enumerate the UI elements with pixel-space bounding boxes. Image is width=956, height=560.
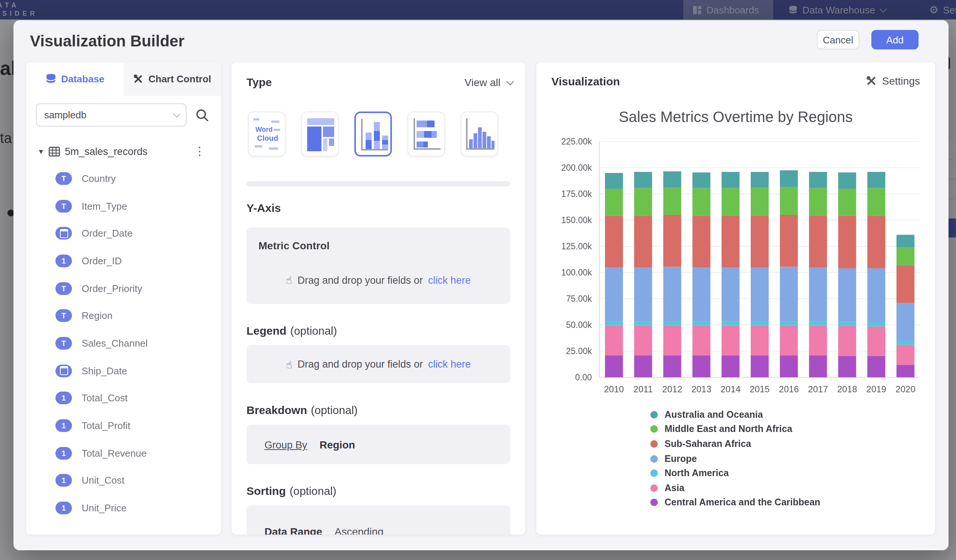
field-item[interactable]: Order_Date — [26, 220, 221, 247]
legend-item[interactable]: North America — [650, 466, 821, 481]
breakdown-heading: Breakdown(optional) — [247, 403, 358, 416]
field-item[interactable]: Total_Cost — [26, 384, 221, 412]
svg-text:2012: 2012 — [662, 384, 682, 394]
legend-item[interactable]: Asia — [650, 481, 821, 495]
svg-text:50.00k: 50.00k — [566, 320, 592, 330]
svg-text:2018: 2018 — [837, 384, 857, 394]
stacked-column-thumbnail — [356, 113, 390, 155]
drop-hint-text: Drag and drop your fields or — [297, 359, 423, 370]
chart-type-stacked-bar[interactable] — [407, 111, 445, 157]
chart-type-stacked-column[interactable] — [354, 111, 392, 157]
legend-dot — [650, 455, 658, 462]
visualization-panel: Visualization Settings Sales Metrics Ove… — [536, 62, 935, 535]
database-select[interactable]: sampledb — [36, 103, 187, 127]
field-item[interactable]: Order_ID — [26, 247, 221, 275]
drop-hint-text: Drag and drop your fields or — [297, 275, 423, 285]
field-item[interactable]: Ship_Date — [26, 357, 221, 384]
date-type-icon — [55, 227, 72, 240]
chart-type-treemap[interactable] — [301, 111, 339, 157]
svg-text:2019: 2019 — [866, 384, 886, 394]
database-panel: Database Chart Control sampledb — [26, 62, 221, 535]
add-button[interactable]: Add — [871, 30, 918, 49]
table-name: 5m_sales_records — [65, 146, 186, 157]
database-select-value: sampledb — [44, 109, 86, 121]
legend-item[interactable]: Middle East and North Africa — [650, 422, 821, 436]
visualization-builder-modal: Visualization Builder Cancel Add Databas… — [14, 20, 948, 550]
legend-item[interactable]: Sub-Saharan Africa — [650, 436, 821, 451]
search-icon[interactable] — [195, 108, 209, 122]
y-axis-heading: Y-Axis — [247, 201, 281, 214]
number-type-icon — [55, 392, 72, 405]
legend-dot — [650, 426, 658, 433]
field-item[interactable]: Item_Type — [26, 192, 221, 220]
text-type-icon — [55, 172, 72, 185]
group-by-value: Region — [319, 439, 355, 451]
treemap-thumbnail — [302, 112, 338, 156]
cancel-button[interactable]: Cancel — [817, 30, 859, 49]
svg-text:0.00: 0.00 — [575, 372, 592, 382]
field-item[interactable]: Unit_Price — [26, 494, 221, 522]
sorting-heading: Sorting(optional) — [247, 485, 336, 497]
field-item[interactable]: Unit_Cost — [26, 467, 221, 494]
type-heading: Type — [247, 75, 272, 88]
chevron-down-icon — [173, 110, 181, 118]
legend-dropzone[interactable]: ☝ Drag and drop your fields or click her… — [247, 345, 510, 383]
kebab-menu-icon[interactable]: ⋮ — [191, 144, 208, 158]
number-type-icon — [55, 254, 72, 267]
field-item[interactable]: Country — [26, 165, 221, 192]
metric-control-title: Metric Control — [258, 240, 330, 251]
svg-text:2015: 2015 — [750, 384, 769, 394]
click-here-link[interactable]: click here — [428, 275, 471, 285]
svg-text:2017: 2017 — [808, 384, 828, 394]
stacked-bar-thumbnail — [408, 112, 444, 156]
view-all-button[interactable]: View all — [464, 76, 512, 88]
legend-item[interactable]: Europe — [650, 452, 821, 466]
text-type-icon — [55, 337, 72, 350]
chart-type-word-cloud[interactable]: Word Cloud — [248, 111, 285, 157]
modal-title: Visualization Builder — [30, 32, 184, 50]
legend-dot — [650, 440, 658, 448]
breakdown-box: Group By Region — [247, 425, 510, 464]
field-item[interactable]: Total_Revenue — [26, 439, 221, 467]
tap-hand-icon: ☝ — [286, 358, 292, 370]
legend-heading: Legend(optional) — [247, 324, 337, 337]
field-item[interactable]: Total_Profit — [26, 412, 221, 439]
tab-chart-control-label: Chart Control — [148, 74, 211, 85]
word-cloud-thumbnail: Word Cloud — [249, 112, 285, 156]
group-by-link[interactable]: Group By — [264, 439, 307, 451]
svg-text:125.00k: 125.00k — [561, 242, 592, 251]
legend-item[interactable]: Australia and Oceania — [650, 407, 821, 422]
database-icon — [45, 74, 56, 85]
svg-text:2011: 2011 — [634, 384, 653, 394]
chart-type-column[interactable] — [461, 111, 498, 157]
sorting-box: Data Range Ascending — [247, 505, 510, 535]
field-item[interactable]: Order_Priority — [26, 275, 221, 302]
legend-item[interactable]: Central America and the Caribbean — [650, 495, 821, 510]
text-type-icon — [55, 282, 72, 295]
svg-text:2016: 2016 — [779, 384, 799, 394]
field-item[interactable]: Sales_Channel — [26, 329, 221, 357]
table-tree-header[interactable]: ▾ 5m_sales_records ⋮ — [39, 143, 208, 160]
tab-chart-control[interactable]: Chart Control — [124, 62, 221, 96]
svg-text:225.00k: 225.00k — [561, 136, 592, 146]
svg-text:200.00k: 200.00k — [561, 163, 592, 173]
data-range-value: Ascending — [335, 525, 384, 535]
left-panel-tabs: Database Chart Control — [26, 62, 221, 96]
collapse-caret-icon[interactable]: ▾ — [39, 146, 43, 156]
legend-dot — [650, 469, 658, 477]
tab-database[interactable]: Database — [26, 62, 124, 96]
tab-database-label: Database — [61, 74, 105, 85]
svg-text:2010: 2010 — [604, 384, 624, 394]
click-here-link[interactable]: click here — [428, 359, 471, 370]
legend-dot — [650, 485, 658, 492]
table-icon — [48, 146, 60, 156]
horizontal-scrollbar[interactable] — [247, 181, 510, 187]
text-type-icon — [55, 199, 72, 212]
column-thumbnail — [462, 112, 497, 156]
field-item[interactable]: Region — [26, 302, 221, 329]
tap-hand-icon: ☝ — [286, 274, 292, 286]
metric-dropzone[interactable]: Metric Control ☝ Drag and drop your fiel… — [247, 227, 510, 304]
legend-dot — [650, 499, 658, 507]
data-range-link[interactable]: Data Range — [264, 525, 322, 535]
svg-text:100.00k: 100.00k — [561, 268, 592, 278]
